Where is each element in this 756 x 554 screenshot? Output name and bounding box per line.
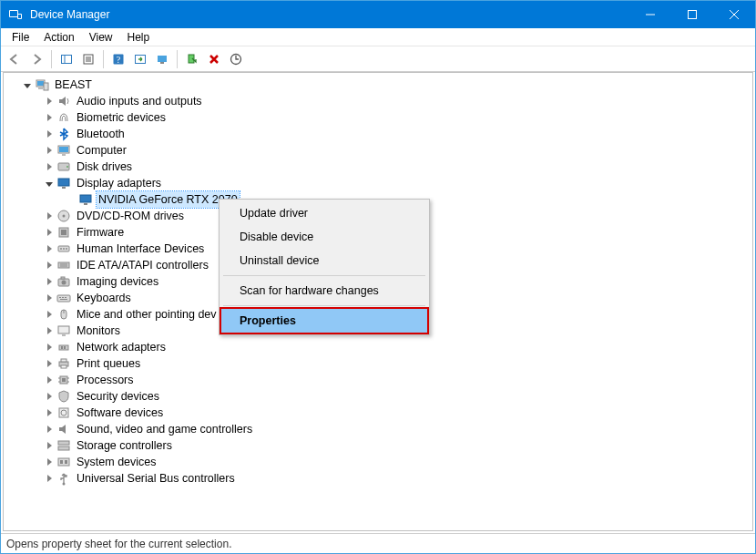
svg-rect-59 <box>64 346 66 349</box>
tree-category[interactable]: Network adapters <box>7 339 752 355</box>
expander-icon[interactable] <box>42 94 56 108</box>
svg-rect-8 <box>62 55 72 63</box>
enable-device-button[interactable] <box>182 49 202 69</box>
show-hide-tree-button[interactable] <box>56 49 77 69</box>
menu-help[interactable]: Help <box>120 29 158 46</box>
menu-uninstall-device[interactable]: Uninstall device <box>221 249 427 272</box>
toolbar-separator <box>51 50 52 68</box>
svg-rect-49 <box>59 297 61 298</box>
maximize-button[interactable] <box>671 1 713 28</box>
expander-icon[interactable] <box>42 209 56 223</box>
expander-icon[interactable] <box>42 159 56 174</box>
tree-category[interactable]: Processors <box>7 372 752 388</box>
expander-icon[interactable] <box>42 307 56 322</box>
tree-category[interactable]: Disk drives <box>7 159 752 175</box>
tree-category-label: Disk drives <box>75 159 134 175</box>
expander-icon[interactable] <box>20 77 35 92</box>
action-button[interactable] <box>130 49 150 69</box>
expander-icon[interactable] <box>42 389 56 404</box>
svg-rect-5 <box>689 11 697 19</box>
svg-rect-62 <box>61 365 66 368</box>
expander-icon[interactable] <box>42 291 56 305</box>
tree-category-label: Imaging devices <box>75 273 160 290</box>
properties-button[interactable] <box>78 49 98 69</box>
tree-root[interactable]: BEAST <box>7 77 752 93</box>
mouse-icon <box>56 307 71 322</box>
menu-scan-hardware[interactable]: Scan for hardware changes <box>221 279 427 303</box>
tree-category[interactable]: Security devices <box>7 388 752 405</box>
expander-icon[interactable] <box>42 422 56 436</box>
menu-properties[interactable]: Properties <box>220 307 429 334</box>
help-button[interactable]: ? <box>108 49 128 69</box>
menu-disable-device[interactable]: Disable device <box>221 225 427 249</box>
network-icon <box>56 340 71 354</box>
expander-icon[interactable] <box>42 438 56 453</box>
expander-icon[interactable] <box>42 176 56 190</box>
expander-icon[interactable] <box>42 323 56 338</box>
expander-icon[interactable] <box>42 471 56 486</box>
fingerprint-icon <box>56 110 71 125</box>
tree-category-label: System devices <box>75 454 158 470</box>
svg-rect-22 <box>37 81 44 86</box>
svg-point-40 <box>63 248 65 250</box>
tree-category[interactable]: Audio inputs and outputs <box>7 93 752 109</box>
expander-icon[interactable] <box>42 405 56 420</box>
statusbar: Opens property sheet for the current sel… <box>1 533 755 553</box>
device-tree-panel: BEAST Audio inputs and outputs Biometric… <box>3 72 753 531</box>
tree-category[interactable]: Bluetooth <box>7 126 752 142</box>
minimize-button[interactable] <box>629 1 671 28</box>
menu-view[interactable]: View <box>82 29 120 46</box>
tree-category[interactable]: Software devices <box>7 405 752 421</box>
svg-rect-56 <box>62 334 66 336</box>
tree-category[interactable]: Print queues <box>7 355 752 372</box>
tree-category[interactable]: Computer <box>7 142 752 159</box>
expander-icon[interactable] <box>42 455 56 469</box>
tree-category[interactable]: Universal Serial Bus controllers <box>7 470 752 487</box>
svg-rect-55 <box>58 326 69 333</box>
svg-rect-24 <box>44 83 48 90</box>
ide-icon <box>56 258 71 272</box>
svg-rect-73 <box>58 458 69 466</box>
tree-category-label: Biometric devices <box>75 109 168 126</box>
speaker-icon <box>56 94 71 108</box>
tree-category-label: Bluetooth <box>75 126 127 142</box>
tree-category[interactable]: Storage controllers <box>7 437 752 454</box>
scan-hardware-button[interactable] <box>152 49 172 69</box>
tree-category[interactable]: Biometric devices <box>7 109 752 126</box>
tree-category-label: Audio inputs and outputs <box>75 93 204 109</box>
back-button[interactable] <box>5 49 25 69</box>
expander-icon[interactable] <box>42 241 56 256</box>
expander-icon[interactable] <box>42 356 56 371</box>
tree-category-label: Storage controllers <box>75 437 174 454</box>
menu-update-driver[interactable]: Update driver <box>221 201 427 225</box>
expander-icon[interactable] <box>42 225 56 240</box>
close-button[interactable] <box>713 1 755 28</box>
svg-point-46 <box>62 281 66 285</box>
expander-icon[interactable] <box>42 127 56 141</box>
svg-rect-74 <box>60 460 63 464</box>
expander-icon[interactable] <box>42 143 56 158</box>
expander-icon[interactable] <box>42 373 56 387</box>
titlebar: Device Manager <box>1 1 755 28</box>
optical-icon <box>56 209 71 223</box>
menu-file[interactable]: File <box>5 29 36 46</box>
tree-category[interactable]: Display adapters <box>7 175 752 191</box>
svg-point-29 <box>66 166 68 168</box>
window-controls <box>629 1 755 28</box>
tree-category[interactable]: System devices <box>7 454 752 470</box>
svg-text:?: ? <box>117 55 121 65</box>
update-driver-button[interactable] <box>226 49 246 69</box>
window-title: Device Manager <box>30 8 629 21</box>
expander-icon[interactable] <box>42 274 56 289</box>
svg-rect-32 <box>80 195 91 202</box>
expander-icon[interactable] <box>42 110 56 125</box>
svg-rect-72 <box>58 446 69 450</box>
expander-icon[interactable] <box>42 258 56 272</box>
expander-icon[interactable] <box>42 340 56 354</box>
security-icon <box>56 389 71 404</box>
uninstall-device-button[interactable] <box>204 49 224 69</box>
menu-action[interactable]: Action <box>36 29 81 46</box>
tree-category[interactable]: Sound, video and game controllers <box>7 421 752 437</box>
forward-button[interactable] <box>26 49 46 69</box>
monitor-icon <box>56 323 71 338</box>
